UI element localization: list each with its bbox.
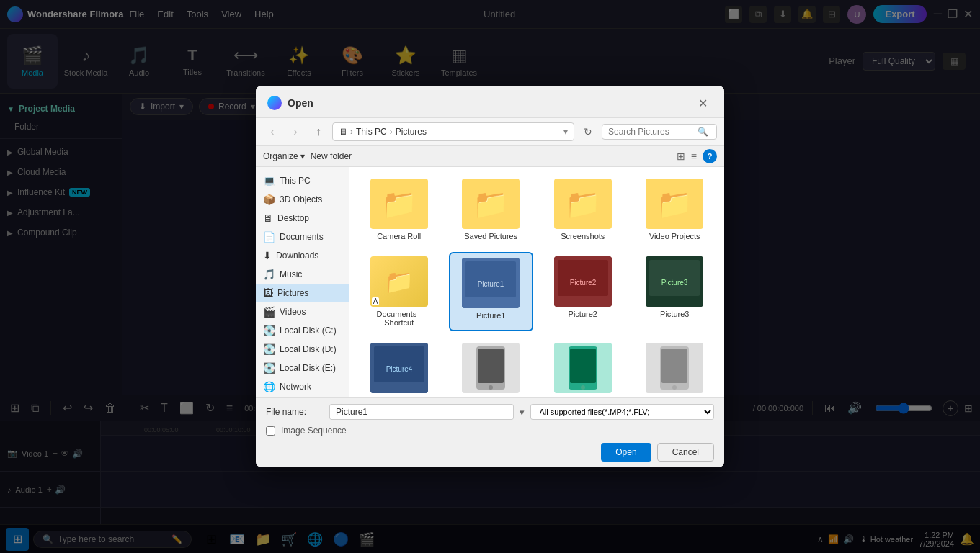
samsung02-name: root-samsung-tablet-02 xyxy=(545,396,621,397)
organize-chevron: ▾ xyxy=(300,151,305,161)
nav-desktop[interactable]: 🖥 Desktop xyxy=(256,209,349,228)
svg-rect-1 xyxy=(466,261,516,297)
breadcrumb-bar: 🖥 › This PC › Pictures ▾ xyxy=(332,122,574,141)
samsung02-svg xyxy=(554,343,612,393)
breadcrumb-arrow-1: › xyxy=(350,127,353,137)
picture2-thumb: Picture2 xyxy=(554,256,612,307)
dialog-body: 💻 This PC 📦 3D Objects 🖥 Desktop 📄 Docum… xyxy=(256,167,724,397)
file-saved-pictures[interactable]: 📁 Saved Pictures xyxy=(449,174,534,245)
screenshots-name: Screenshots xyxy=(561,232,605,240)
filetype-select[interactable]: All supported files(*.MP4;*.FLV; All Fil… xyxy=(530,404,715,420)
breadcrumb-icon: 🖥 xyxy=(339,127,347,137)
nav-back-button[interactable]: ‹ xyxy=(263,122,282,141)
dialog-nav: ‹ › ↑ 🖥 › This PC › Pictures ▾ ↻ 🔍 xyxy=(256,118,724,146)
file-samsung-01[interactable]: root-samsung-tablet-01 xyxy=(449,338,534,397)
view-large-icons-button[interactable]: ⊞ xyxy=(677,150,685,162)
3d-objects-icon: 📦 xyxy=(263,194,275,205)
file-samsung-02[interactable]: root-samsung-tablet-02 xyxy=(540,338,625,397)
dialog-title-left: Open xyxy=(267,96,313,110)
dialog-search-bar[interactable]: 🔍 xyxy=(602,124,717,140)
documents-label: Documents xyxy=(280,232,324,242)
file-picture3[interactable]: Picture3 Picture3 xyxy=(633,252,718,331)
svg-point-19 xyxy=(581,385,585,390)
pictures-label: Pictures xyxy=(277,288,308,298)
nav-this-pc[interactable]: 💻 This PC xyxy=(256,171,349,190)
file-picture2[interactable]: Picture2 Picture2 xyxy=(540,252,625,331)
nav-up-button[interactable]: ↑ xyxy=(309,122,328,141)
picture1-thumb: Picture1 xyxy=(462,258,520,308)
nav-local-e[interactable]: 💽 Local Disk (E:) xyxy=(256,359,349,377)
file-picture4[interactable]: Picture4 Picture4 xyxy=(357,338,442,397)
filename-dropdown-button[interactable]: ▾ xyxy=(520,407,525,418)
documents-icon: 📄 xyxy=(263,231,275,243)
nav-panel: 💻 This PC 📦 3D Objects 🖥 Desktop 📄 Docum… xyxy=(256,167,349,397)
this-pc-icon: 💻 xyxy=(263,175,275,186)
this-pc-label: This PC xyxy=(280,176,311,186)
samsung03-thumb xyxy=(646,343,703,393)
nav-local-c[interactable]: 💽 Local Disk (C:) xyxy=(256,321,349,340)
svg-rect-18 xyxy=(570,349,596,383)
help-button[interactable]: ? xyxy=(703,149,717,163)
nav-network[interactable]: 🌐 Network xyxy=(256,377,349,396)
breadcrumb-arrow-2: › xyxy=(390,127,393,137)
dialog-overlay: Open ✕ ‹ › ↑ 🖥 › This PC › Pictures ▾ ↻ … xyxy=(0,0,980,553)
nav-local-d[interactable]: 💽 Local Disk (D:) xyxy=(256,340,349,359)
camera-roll-thumb: 📁 xyxy=(370,179,428,229)
svg-text:Picture1: Picture1 xyxy=(478,280,504,288)
open-dialog: Open ✕ ‹ › ↑ 🖥 › This PC › Pictures ▾ ↻ … xyxy=(256,86,724,467)
picture2-name: Picture2 xyxy=(569,310,597,318)
image-sequence-label: Image Sequence xyxy=(281,426,347,436)
breadcrumb-pictures: Pictures xyxy=(396,127,427,137)
picture3-svg: Picture3 xyxy=(646,256,703,307)
file-samsung-03[interactable]: root-samsung-tablet-03 xyxy=(633,338,718,397)
filename-label: File name: xyxy=(266,407,324,417)
samsung01-thumb xyxy=(462,343,520,393)
file-screenshots[interactable]: 📁 Screenshots xyxy=(540,174,625,245)
new-folder-button[interactable]: New folder xyxy=(311,151,352,161)
local-e-label: Local Disk (E:) xyxy=(280,363,336,373)
samsung03-name: root-samsung-tablet-03 xyxy=(637,396,713,397)
nav-3d-objects[interactable]: 📦 3D Objects xyxy=(256,190,349,209)
svg-text:Picture4: Picture4 xyxy=(386,365,412,373)
dialog-search-input[interactable] xyxy=(608,127,695,137)
dialog-title-text: Open xyxy=(288,97,313,109)
documents-shortcut-name: Documents - Shortcut xyxy=(361,310,437,327)
svg-rect-4 xyxy=(558,260,608,296)
cancel-button[interactable]: Cancel xyxy=(657,443,714,462)
network-label: Network xyxy=(280,382,311,392)
downloads-icon: ⬇ xyxy=(263,250,272,261)
open-file-button[interactable]: Open xyxy=(601,443,651,462)
filename-input[interactable] xyxy=(329,404,514,420)
nav-videos[interactable]: 🎬 Videos xyxy=(256,302,349,321)
nav-pictures[interactable]: 🖼 Pictures xyxy=(256,284,349,302)
samsung01-name: root-samsung-tablet-01 xyxy=(453,396,530,397)
file-documents-shortcut[interactable]: 📁 A Documents - Shortcut xyxy=(357,252,442,331)
network-icon: 🌐 xyxy=(263,381,275,392)
nav-music[interactable]: 🎵 Music xyxy=(256,265,349,284)
dialog-close-button[interactable]: ✕ xyxy=(692,93,713,113)
file-video-projects[interactable]: 📁 Video Projects xyxy=(633,174,718,245)
refresh-button[interactable]: ↻ xyxy=(579,122,597,141)
file-camera-roll[interactable]: 📁 Camera Roll xyxy=(357,174,442,245)
camera-roll-name: Camera Roll xyxy=(377,232,421,240)
organize-button[interactable]: Organize ▾ xyxy=(263,151,305,161)
files-panel: 📁 Camera Roll 📁 Saved Pictures 📁 xyxy=(349,167,724,397)
picture4-thumb: Picture4 xyxy=(370,343,428,393)
nav-forward-button[interactable]: › xyxy=(286,122,305,141)
screenshots-thumb: 📁 xyxy=(554,179,612,229)
image-sequence-checkbox[interactable] xyxy=(266,426,275,436)
3d-objects-label: 3D Objects xyxy=(280,194,322,204)
local-c-label: Local Disk (C:) xyxy=(280,325,337,336)
dialog-search-icon: 🔍 xyxy=(698,127,708,137)
dialog-filmora-icon xyxy=(267,96,282,110)
desktop-icon: 🖥 xyxy=(263,212,273,224)
nav-downloads[interactable]: ⬇ Downloads xyxy=(256,246,349,265)
svg-rect-14 xyxy=(478,349,504,383)
svg-rect-10 xyxy=(374,346,424,382)
samsung02-thumb xyxy=(554,343,612,393)
view-list-button[interactable]: ≡ xyxy=(691,150,697,162)
filename-row: File name: ▾ All supported files(*.MP4;*… xyxy=(266,404,714,420)
svg-point-23 xyxy=(672,385,677,390)
file-picture1[interactable]: Picture1 Picture1 xyxy=(449,252,534,331)
nav-documents[interactable]: 📄 Documents xyxy=(256,228,349,246)
